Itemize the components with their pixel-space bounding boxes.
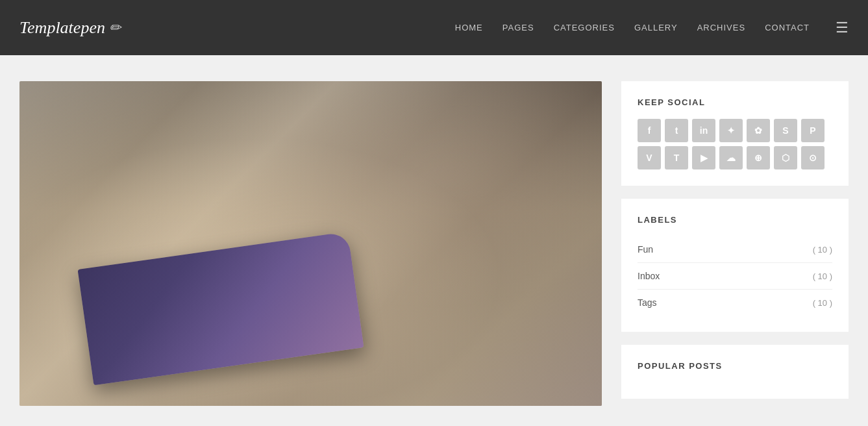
twitter-icon[interactable]: t — [665, 119, 688, 142]
label-item[interactable]: Fun( 10 ) — [638, 236, 832, 263]
social-widget-title: KEEP SOCIAL — [638, 97, 832, 107]
googleplus-icon[interactable]: ⊕ — [747, 146, 770, 169]
label-name: Inbox — [638, 271, 660, 281]
main-content — [19, 81, 602, 412]
label-count: ( 10 ) — [813, 298, 832, 308]
hamburger-icon[interactable]: ☰ — [836, 19, 849, 36]
nav-item-contact[interactable]: CONTACT — [765, 23, 810, 32]
label-name: Fun — [638, 244, 653, 255]
play-icon[interactable]: ▶ — [692, 146, 715, 169]
logo-text: Templatepen — [19, 18, 105, 38]
sidebar: KEEP SOCIAL ftin✦✿SPVT▶☁⊕⬡⊙ LABELS Fun( … — [621, 81, 849, 412]
nav-item-archives[interactable]: ARCHIVES — [697, 23, 745, 32]
site-header: Templatepen ✏ HOMEPAGESCATEGORIESGALLERY… — [0, 0, 868, 55]
popular-posts-title: POPULAR POSTS — [638, 361, 832, 371]
label-count: ( 10 ) — [813, 271, 832, 281]
vimeo-icon[interactable]: V — [638, 146, 661, 169]
other-icon[interactable]: ⊙ — [801, 146, 825, 169]
pen-icon: ✏ — [109, 19, 121, 36]
label-item[interactable]: Tags( 10 ) — [638, 290, 832, 316]
tumblr-icon[interactable]: T — [665, 146, 688, 169]
facebook-icon[interactable]: f — [638, 119, 661, 142]
social-grid: ftin✦✿SPVT▶☁⊕⬡⊙ — [638, 119, 832, 169]
main-nav: HOMEPAGESCATEGORIESGALLERYARCHIVESCONTAC… — [455, 19, 849, 36]
hero-image — [19, 81, 602, 406]
instagram-icon[interactable]: ⬡ — [774, 146, 797, 169]
page-wrapper: KEEP SOCIAL ftin✦✿SPVT▶☁⊕⬡⊙ LABELS Fun( … — [0, 55, 868, 426]
flickr-icon[interactable]: ✿ — [747, 119, 770, 142]
label-count: ( 10 ) — [813, 245, 832, 255]
labels-widget: LABELS Fun( 10 )Inbox( 10 )Tags( 10 ) — [621, 199, 849, 332]
skype-icon[interactable]: S — [774, 119, 797, 142]
social-widget: KEEP SOCIAL ftin✦✿SPVT▶☁⊕⬡⊙ — [621, 81, 849, 186]
pinterest-icon[interactable]: P — [801, 119, 825, 142]
dribbble-icon[interactable]: ✦ — [719, 119, 743, 142]
labels-widget-title: LABELS — [638, 215, 832, 225]
nav-item-gallery[interactable]: GALLERY — [634, 23, 678, 32]
nav-item-pages[interactable]: PAGES — [502, 23, 534, 32]
labels-list: Fun( 10 )Inbox( 10 )Tags( 10 ) — [638, 236, 832, 316]
site-logo[interactable]: Templatepen ✏ — [19, 18, 121, 38]
soundcloud-icon[interactable]: ☁ — [719, 146, 743, 169]
popular-posts-widget: POPULAR POSTS — [621, 345, 849, 399]
label-name: Tags — [638, 297, 657, 308]
linkedin-icon[interactable]: in — [692, 119, 715, 142]
nav-item-categories[interactable]: CATEGORIES — [554, 23, 615, 32]
label-item[interactable]: Inbox( 10 ) — [638, 263, 832, 290]
nav-item-home[interactable]: HOME — [455, 23, 483, 32]
